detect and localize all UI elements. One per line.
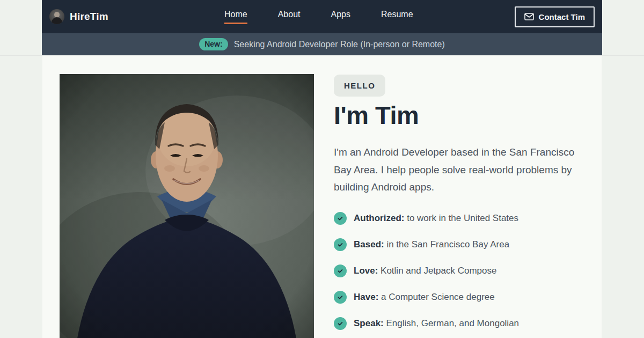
site-header: HireTim Home About Apps Resume Contact T…: [42, 0, 602, 33]
fact-text: Based: in the San Francisco Bay Area: [354, 239, 509, 250]
page-title: I'm Tim: [334, 101, 590, 129]
hero-description: I'm an Android Developer based in the Sa…: [334, 144, 589, 197]
brand-avatar-icon: [49, 9, 64, 24]
brand-logo[interactable]: HireTim: [49, 9, 108, 24]
fact-text: Love: Kotlin and Jetpack Compose: [354, 266, 496, 276]
hello-badge: HELLO: [334, 75, 385, 97]
brand-name: HireTim: [70, 11, 108, 23]
fact-item-have: Have: a Computer Science degree: [334, 291, 590, 304]
fact-item-speak: Speak: English, German, and Mongolian: [334, 317, 590, 330]
fact-text: Have: a Computer Science degree: [354, 292, 495, 303]
fact-list: Authorized: to work in the United States…: [334, 212, 590, 330]
portrait-photo: [60, 74, 314, 338]
main-nav: Home About Apps Resume: [224, 0, 413, 33]
new-badge: New:: [199, 38, 228, 50]
announcement-text: Seeking Android Developer Role (In-perso…: [234, 40, 445, 49]
nav-item-about[interactable]: About: [278, 10, 301, 24]
check-icon: [334, 291, 347, 304]
nav-item-resume[interactable]: Resume: [381, 10, 413, 24]
mail-icon: [524, 13, 534, 20]
check-icon: [334, 238, 347, 251]
nav-item-apps[interactable]: Apps: [331, 10, 350, 24]
contact-button[interactable]: Contact Tim: [515, 6, 595, 27]
hero-section: HELLO I'm Tim I'm an Android Developer b…: [334, 75, 590, 338]
fact-text: Speak: English, German, and Mongolian: [354, 318, 519, 329]
announcement-banner: New: Seeking Android Developer Role (In-…: [42, 33, 602, 55]
avatar-body-shape: [52, 17, 62, 24]
check-icon: [334, 212, 347, 225]
page: HireTim Home About Apps Resume Contact T…: [0, 0, 644, 338]
fact-item-love: Love: Kotlin and Jetpack Compose: [334, 264, 590, 277]
fact-item-based: Based: in the San Francisco Bay Area: [334, 238, 590, 251]
nav-item-home[interactable]: Home: [224, 10, 247, 24]
check-icon: [334, 264, 347, 277]
fact-text: Authorized: to work in the United States: [354, 213, 518, 224]
contact-button-label: Contact Tim: [539, 12, 585, 21]
header-divider: [0, 55, 644, 56]
check-icon: [334, 317, 347, 330]
fact-item-authorized: Authorized: to work in the United States: [334, 212, 590, 225]
